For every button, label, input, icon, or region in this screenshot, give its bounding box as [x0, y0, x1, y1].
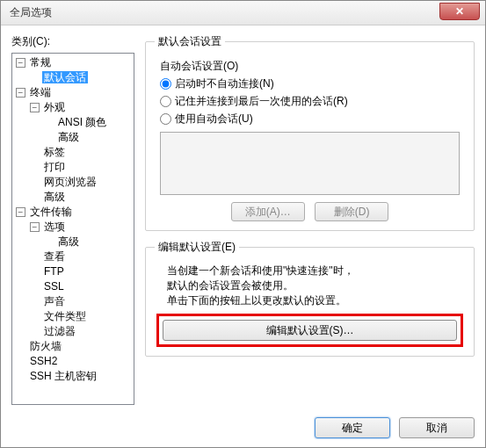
tree-node-ft-view[interactable]: 查看 [12, 249, 134, 264]
option-remember-last[interactable]: 记住并连接到最后一次使用的会话(R) [155, 94, 465, 109]
tree-node-appearance-advanced[interactable]: 高级 [12, 130, 134, 145]
tree-node-filter[interactable]: 过滤器 [12, 324, 134, 339]
tree-node-sound[interactable]: 声音 [12, 294, 134, 309]
default-session-group: 默认会话设置 自动会话设置(O) 启动时不自动连接(N) 记住并连接到最后一次使… [145, 34, 475, 231]
collapse-icon[interactable]: − [16, 58, 25, 68]
tree-node-appearance[interactable]: −外观 [12, 100, 134, 115]
edit-default-description: 当创建一个新会话和使用"快速连接"时， 默认的会话设置会被使用。 单击下面的按钮… [155, 262, 465, 314]
add-button: 添加(A)… [231, 202, 305, 221]
global-options-dialog: 全局选项 ✕ 类别(C): −常规 默认会话 −终端 [0, 0, 486, 448]
tree-node-file-types[interactable]: 文件类型 [12, 309, 134, 324]
tree-node-ssh2[interactable]: SSH2 [12, 354, 134, 369]
auto-session-label: 自动会话设置(O) [155, 59, 465, 74]
option-use-auto-session[interactable]: 使用自动会话(U) [155, 112, 465, 126]
tree-node-ft-options-advanced[interactable]: 高级 [12, 235, 134, 249]
category-tree[interactable]: −常规 默认会话 −终端 −外观 ANSI 颜色 [11, 53, 134, 405]
edit-default-legend: 编辑默认设置(E) [155, 240, 239, 255]
category-label: 类别(C): [11, 34, 134, 49]
dialog-footer: 确定 取消 [11, 405, 475, 438]
tree-node-web-browser[interactable]: 网页浏览器 [12, 175, 134, 190]
tree-node-print[interactable]: 打印 [12, 160, 134, 175]
tree-node-file-transfer[interactable]: −文件传输 [12, 205, 134, 220]
tree-node-general[interactable]: −常规 [12, 55, 134, 70]
radio-no-auto-connect[interactable] [160, 78, 171, 90]
tree-node-default-session[interactable]: 默认会话 [12, 70, 134, 85]
dialog-body: 类别(C): −常规 默认会话 −终端 −外观 [1, 25, 485, 447]
auto-session-list [160, 132, 460, 195]
titlebar: 全局选项 ✕ [1, 1, 485, 25]
category-panel: 类别(C): −常规 默认会话 −终端 −外观 [11, 34, 134, 405]
tree-node-ssh-host-keys[interactable]: SSH 主机密钥 [12, 369, 134, 384]
settings-panel: 默认会话设置 自动会话设置(O) 启动时不自动连接(N) 记住并连接到最后一次使… [145, 34, 475, 405]
collapse-icon[interactable]: − [30, 222, 40, 232]
collapse-icon[interactable]: − [30, 103, 40, 112]
ok-button[interactable]: 确定 [315, 417, 390, 438]
option-no-auto-connect[interactable]: 启动时不自动连接(N) [155, 76, 465, 91]
list-button-row: 添加(A)… 删除(D) [155, 202, 465, 221]
radio-use-auto-session[interactable] [160, 113, 171, 125]
collapse-icon[interactable]: − [16, 88, 25, 98]
edit-default-settings-button[interactable]: 编辑默认设置(S)… [163, 320, 457, 341]
edit-default-group: 编辑默认设置(E) 当创建一个新会话和使用"快速连接"时， 默认的会话设置会被使… [145, 240, 475, 357]
close-icon: ✕ [455, 5, 464, 18]
tree-node-ftp[interactable]: FTP [12, 264, 134, 279]
delete-button: 删除(D) [315, 202, 388, 221]
tree-node-terminal-advanced[interactable]: 高级 [12, 190, 134, 205]
window-title: 全局选项 [10, 5, 52, 20]
highlighted-area: 编辑默认设置(S)… [156, 314, 463, 347]
tree-node-tabs[interactable]: 标签 [12, 145, 134, 160]
tree-node-terminal[interactable]: −终端 [12, 85, 134, 100]
main-area: 类别(C): −常规 默认会话 −终端 −外观 [11, 34, 475, 405]
radio-remember-last[interactable] [160, 96, 171, 107]
tree-node-ft-options[interactable]: −选项 [12, 220, 134, 235]
default-session-legend: 默认会话设置 [155, 34, 225, 49]
tree-node-ansi-color[interactable]: ANSI 颜色 [12, 115, 134, 130]
tree-node-firewall[interactable]: 防火墙 [12, 339, 134, 354]
close-button[interactable]: ✕ [439, 3, 480, 20]
tree-node-ssl[interactable]: SSL [12, 279, 134, 294]
cancel-button[interactable]: 取消 [399, 417, 475, 438]
collapse-icon[interactable]: − [16, 207, 25, 217]
